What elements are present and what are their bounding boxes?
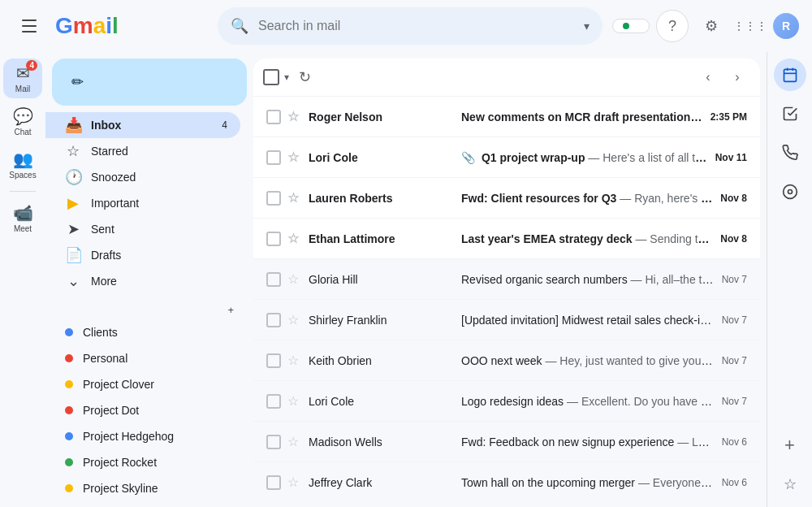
refresh-button[interactable]: ↻ (292, 62, 317, 93)
email-star[interactable]: ☆ (287, 109, 299, 124)
sent-icon: ➤ (65, 220, 81, 238)
email-time: 2:35 PM (710, 111, 747, 123)
search-input[interactable] (258, 19, 577, 33)
label-project-dot[interactable]: Project Dot (45, 397, 240, 423)
email-checkbox[interactable] (266, 191, 281, 206)
labels-more-button[interactable]: ⌄ More (45, 501, 253, 507)
sidebar-item-inbox[interactable]: 📥 Inbox 4 (45, 112, 240, 138)
email-star[interactable]: ☆ (287, 353, 299, 368)
select-dropdown-caret[interactable]: ▾ (284, 72, 289, 83)
sidebar-item-more[interactable]: ⌄ More (45, 268, 240, 294)
email-row[interactable]: ☆ Roger Nelson New comments on MCR draft… (253, 97, 760, 137)
meet-icon: 📹 (13, 203, 33, 223)
project-skyline-color-dot (65, 484, 73, 492)
prev-page-button[interactable]: ‹ (695, 64, 721, 90)
add-panel-button[interactable]: + (774, 429, 806, 462)
label-project-hedgehog[interactable]: Project Hedgehog (45, 423, 240, 449)
sidebar-item-sent[interactable]: ➤ Sent (45, 216, 240, 242)
email-row[interactable]: ☆ Madison Wells Fwd: Feedback on new sig… (253, 422, 760, 462)
email-star[interactable]: ☆ (287, 434, 299, 449)
nav-spaces[interactable]: 👥 Spaces (3, 145, 42, 184)
snoozed-label: Snoozed (91, 171, 227, 184)
email-row[interactable]: ☆ Lauren Roberts Fwd: Client resources f… (253, 178, 760, 219)
calendar-panel-button[interactable] (774, 58, 806, 91)
email-subject-text: Town hall on the upcoming merger (461, 476, 635, 489)
email-checkbox[interactable] (266, 313, 281, 327)
contacts-panel-button[interactable] (774, 136, 806, 169)
plus-icon: + (784, 435, 795, 456)
email-time: Nov 7 (722, 274, 747, 285)
mail-label: Mail (15, 84, 30, 93)
email-star[interactable]: ☆ (287, 190, 299, 206)
topbar: Gmail 🔍 ▾ ? ⚙ ⋮⋮⋮ R (0, 0, 812, 52)
svg-point-4 (783, 185, 797, 199)
email-star[interactable]: ☆ (287, 393, 299, 409)
sidebar-item-starred[interactable]: ☆ Starred (45, 138, 240, 164)
project-rocket-label: Project Rocket (83, 456, 157, 469)
important-label: Important (91, 197, 227, 210)
menu-button[interactable] (13, 10, 45, 42)
nav-mail[interactable]: ✉ Mail 4 (3, 58, 42, 98)
email-row[interactable]: ☆ Shirley Franklin [Updated invitation] … (253, 300, 760, 340)
active-status-button[interactable] (612, 19, 650, 33)
email-star[interactable]: ☆ (287, 231, 299, 246)
label-project-clover[interactable]: Project Clover (45, 371, 240, 397)
email-sender: Lori Cole (309, 151, 455, 164)
email-checkbox[interactable] (266, 150, 281, 165)
personal-color-dot (65, 354, 73, 362)
email-subject-text: Fwd: Client resources for Q3 (461, 192, 616, 205)
select-all-checkbox[interactable] (263, 69, 279, 85)
sidebar-item-snoozed[interactable]: 🕐 Snoozed (45, 164, 240, 190)
email-star[interactable]: ☆ (287, 474, 299, 490)
email-checkbox[interactable] (266, 394, 281, 409)
email-subject-text: OOO next week (461, 354, 542, 367)
email-preview-text: — Everyone, we'll be hosting our second … (638, 476, 722, 489)
apps-button[interactable]: ⋮⋮⋮ (734, 10, 767, 42)
help-button[interactable]: ? (656, 10, 689, 42)
email-row[interactable]: ☆ Lori Cole 📎 Q1 project wrap-up — Here'… (253, 137, 760, 178)
add-label-button[interactable]: + (227, 304, 234, 316)
search-dropdown-icon[interactable]: ▾ (584, 20, 590, 32)
search-bar[interactable]: 🔍 ▾ (218, 7, 603, 45)
tasks-panel-button[interactable] (774, 98, 806, 130)
email-checkbox[interactable] (266, 475, 281, 490)
email-row[interactable]: ☆ Ethan Lattimore Last year's EMEA strat… (253, 219, 760, 259)
email-preview-text: — Looping in Annika. The feedback… (677, 436, 721, 448)
star-panel-button[interactable]: ☆ (774, 468, 806, 500)
email-row[interactable]: ☆ Lori Cole Logo redesign ideas — Excell… (253, 381, 760, 422)
email-star[interactable]: ☆ (287, 271, 299, 287)
sidebar-item-drafts[interactable]: 📄 Drafts (45, 242, 240, 268)
star-icon: ☆ (784, 475, 797, 493)
email-star[interactable]: ☆ (287, 312, 299, 327)
email-checkbox[interactable] (266, 353, 281, 368)
label-clients[interactable]: Clients (45, 319, 240, 345)
clients-color-dot (65, 328, 73, 336)
nav-chat[interactable]: 💬 Chat (3, 102, 42, 141)
email-sender: Ethan Lattimore (309, 232, 455, 245)
sidebar-item-important[interactable]: ▶ Important (45, 190, 240, 216)
email-checkbox[interactable] (266, 110, 281, 124)
email-row[interactable]: ☆ Keith Obrien OOO next week — Hey, just… (253, 340, 760, 381)
email-checkbox[interactable] (266, 272, 281, 287)
nav-meet[interactable]: 📹 Meet (3, 198, 42, 238)
keep-panel-button[interactable] (774, 176, 806, 208)
chat-label: Chat (14, 128, 31, 136)
email-time: Nov 8 (720, 233, 747, 245)
email-checkbox[interactable] (266, 232, 281, 246)
avatar[interactable]: R (773, 13, 799, 39)
email-sender: Keith Obrien (309, 354, 455, 367)
label-project-rocket[interactable]: Project Rocket (45, 449, 240, 475)
inbox-label: Inbox (91, 119, 212, 132)
email-checkbox[interactable] (266, 435, 281, 449)
grid-icon: ⋮⋮⋮ (733, 20, 767, 32)
compose-button[interactable]: ✏ (52, 58, 247, 106)
next-page-button[interactable]: › (724, 64, 750, 90)
label-personal[interactable]: Personal (45, 345, 240, 371)
email-star[interactable]: ☆ (287, 150, 299, 165)
settings-button[interactable]: ⚙ (695, 10, 728, 42)
svg-point-5 (788, 190, 792, 194)
label-project-skyline[interactable]: Project Skyline (45, 475, 240, 501)
project-dot-color-dot (65, 406, 73, 414)
email-row[interactable]: ☆ Gloria Hill Revised organic search num… (253, 259, 760, 300)
email-row[interactable]: ☆ Jeffrey Clark Town hall on the upcomin… (253, 462, 760, 500)
